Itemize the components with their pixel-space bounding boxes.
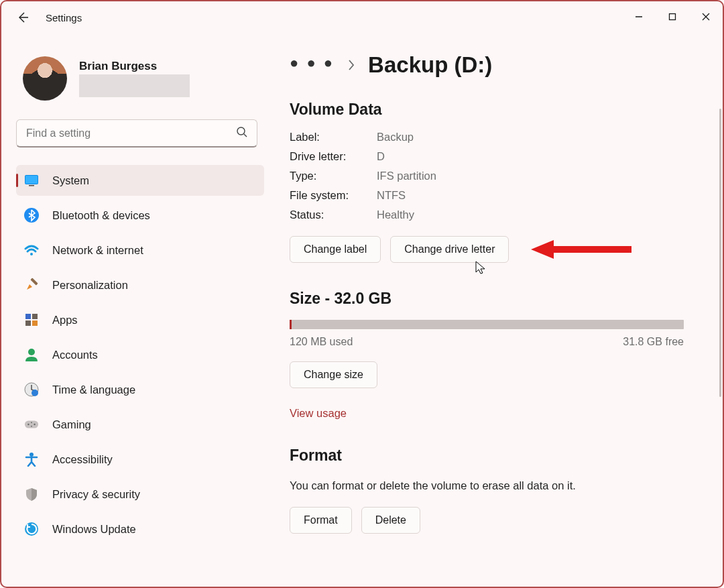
person-icon — [24, 347, 39, 362]
filesystem-value: NTFS — [377, 189, 692, 202]
svg-point-23 — [31, 422, 32, 423]
profile-name: Brian Burgess — [79, 60, 190, 73]
svg-rect-16 — [32, 320, 38, 326]
sidebar-item-accounts[interactable]: Accounts — [16, 339, 264, 370]
window-maximize-button[interactable] — [656, 1, 689, 32]
sidebar-item-label: Accessibility — [52, 453, 113, 466]
scrollbar-thumb[interactable] — [719, 109, 721, 397]
sidebar-item-label: Privacy & security — [52, 488, 140, 501]
search-input[interactable] — [16, 119, 257, 148]
status-value: Healthy — [377, 209, 692, 221]
sidebar-item-label: Network & internet — [52, 244, 143, 257]
svg-rect-14 — [32, 314, 38, 319]
clock-globe-icon — [24, 382, 39, 397]
profile-redacted-area — [79, 74, 190, 97]
change-drive-letter-button[interactable]: Change drive letter — [390, 236, 509, 263]
svg-marker-28 — [531, 240, 554, 259]
svg-point-24 — [31, 426, 32, 427]
svg-point-17 — [28, 349, 35, 355]
svg-rect-13 — [25, 314, 31, 319]
view-usage-link[interactable]: View usage — [290, 407, 347, 420]
volume-data-heading: Volume Data — [290, 101, 692, 119]
svg-point-19 — [32, 390, 38, 396]
storage-usage-fill — [290, 320, 292, 329]
change-label-button[interactable]: Change label — [290, 236, 381, 263]
delete-button[interactable]: Delete — [361, 507, 420, 534]
sidebar-item-accessibility[interactable]: Accessibility — [16, 444, 264, 475]
sidebar-item-system[interactable]: System — [16, 165, 264, 196]
breadcrumb-more-icon[interactable]: ● ● ● — [290, 54, 335, 76]
page-title: Backup (D:) — [368, 52, 492, 78]
svg-point-22 — [34, 424, 35, 425]
sidebar-item-label: Gaming — [52, 418, 91, 431]
sidebar-item-label: Apps — [52, 314, 78, 327]
window-close-button[interactable] — [689, 1, 723, 32]
sidebar-item-apps[interactable]: Apps — [16, 304, 264, 335]
back-icon[interactable] — [16, 11, 29, 24]
format-heading: Format — [290, 447, 692, 465]
sidebar-item-label: Bluetooth & devices — [52, 209, 150, 222]
breadcrumb: ● ● ● Backup (D:) — [290, 52, 692, 78]
storage-free-label: 31.8 GB free — [623, 336, 684, 348]
wifi-icon — [24, 243, 39, 257]
sidebar-item-label: Windows Update — [52, 523, 136, 536]
svg-rect-8 — [25, 176, 38, 184]
svg-point-25 — [29, 453, 34, 457]
bluetooth-icon — [24, 208, 39, 223]
storage-usage-bar — [290, 320, 684, 329]
svg-point-21 — [27, 424, 29, 425]
accessibility-icon — [24, 452, 39, 467]
sidebar-item-label: Accounts — [52, 349, 98, 361]
chevron-right-icon — [347, 58, 356, 72]
svg-line-6 — [244, 134, 247, 137]
storage-used-label: 120 MB used — [290, 336, 353, 348]
sidebar-item-label: Time & language — [52, 384, 135, 396]
apps-icon — [24, 312, 39, 327]
type-key: Type: — [290, 170, 377, 182]
shield-icon — [24, 487, 39, 502]
drive-letter-value: D — [377, 150, 692, 163]
sidebar-item-gaming[interactable]: Gaming — [16, 409, 264, 440]
sidebar-item-windows-update[interactable]: Windows Update — [16, 514, 264, 544]
svg-rect-20 — [25, 421, 38, 428]
format-button[interactable]: Format — [290, 507, 352, 534]
type-value: IFS partition — [377, 170, 692, 182]
sidebar-item-label: System — [52, 174, 89, 187]
svg-rect-9 — [29, 185, 34, 186]
change-size-button[interactable]: Change size — [290, 361, 377, 388]
sidebar-item-time-language[interactable]: Time & language — [16, 374, 264, 405]
sidebar-item-bluetooth[interactable]: Bluetooth & devices — [16, 200, 264, 231]
svg-point-5 — [237, 127, 245, 135]
search-icon — [236, 126, 248, 141]
label-value: Backup — [377, 131, 692, 143]
svg-rect-15 — [25, 320, 31, 326]
size-heading: Size - 32.0 GB — [290, 290, 692, 308]
update-icon — [24, 522, 39, 536]
window-minimize-button[interactable] — [622, 1, 656, 32]
paintbrush-icon — [24, 278, 39, 292]
svg-rect-1 — [670, 14, 676, 20]
user-profile[interactable]: Brian Burgess — [16, 56, 264, 101]
sidebar-item-network[interactable]: Network & internet — [16, 235, 264, 266]
sidebar-item-label: Personalization — [52, 279, 128, 292]
sidebar-item-privacy[interactable]: Privacy & security — [16, 479, 264, 510]
avatar — [23, 56, 67, 101]
svg-rect-12 — [30, 278, 38, 285]
gamepad-icon — [24, 417, 39, 432]
status-key: Status: — [290, 209, 377, 221]
drive-letter-key: Drive letter: — [290, 150, 377, 163]
label-key: Label: — [290, 131, 377, 143]
format-description: You can format or delete the volume to e… — [290, 479, 692, 492]
sidebar-item-personalization[interactable]: Personalization — [16, 270, 264, 300]
app-title: Settings — [46, 12, 82, 23]
filesystem-key: File system: — [290, 189, 377, 202]
annotation-arrow-icon — [531, 236, 631, 266]
svg-point-11 — [30, 253, 33, 255]
system-icon — [24, 173, 39, 188]
